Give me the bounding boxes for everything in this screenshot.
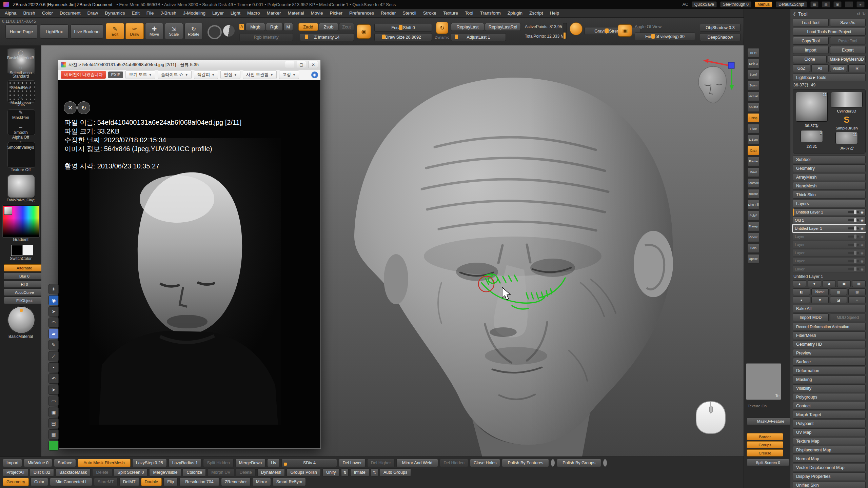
palette-dock-icon[interactable]: ▤ <box>822 1 830 7</box>
canvas-control-button[interactable]: Line Fill <box>747 200 760 209</box>
tray-button[interactable]: Split Screen 0 <box>114 468 148 476</box>
rgb-button[interactable]: Rgb <box>266 23 283 31</box>
tool-panel-button[interactable]: All <box>811 64 829 72</box>
undo-icon[interactable]: ↶ <box>48 373 59 384</box>
layer-visibility-icon[interactable]: ◉ <box>861 267 864 271</box>
palette-section-header[interactable]: NanoMesh <box>793 182 866 190</box>
layer-util-button[interactable]: ▨ <box>848 288 866 295</box>
layer-nav-button[interactable]: ▤ <box>852 280 866 287</box>
shelf-tool[interactable]: ∼ Smooth <box>0 125 41 135</box>
highlighter-icon[interactable]: ▰ <box>48 329 59 339</box>
menu-item[interactable]: J-Modeling <box>180 11 209 16</box>
menu-item[interactable]: File <box>143 11 157 16</box>
dynamic-label[interactable]: Dynamic <box>435 35 449 39</box>
layer-visibility-icon[interactable]: ◉ <box>861 251 864 255</box>
layout-icon[interactable]: ▦ <box>810 1 818 7</box>
menu-item[interactable]: Preferences <box>346 11 377 16</box>
menu-item[interactable]: Layer <box>209 11 227 16</box>
palette-section-header[interactable]: Geometry <box>793 164 866 172</box>
menu-item[interactable]: Draw <box>84 11 102 16</box>
canvas-control-button[interactable]: Transp <box>747 222 760 231</box>
basic-material-sphere[interactable] <box>8 306 35 333</box>
tray-button[interactable]: Inflate <box>350 468 369 476</box>
shelf-tool[interactable]: ✎ MaskPen <box>0 110 41 120</box>
overlay-close-button[interactable]: ✕ <box>64 101 77 114</box>
palette-section-header[interactable]: Geometry HD <box>793 340 866 348</box>
layer-intensity-slider[interactable] <box>848 244 859 246</box>
tray-button[interactable]: Color <box>31 478 48 486</box>
palette-section-header[interactable]: Displacement Map <box>793 446 866 454</box>
zadd-button[interactable]: Zadd <box>298 23 318 31</box>
menu-item[interactable]: Alpha <box>1 11 20 16</box>
layer-intensity-slider[interactable] <box>848 268 859 270</box>
shelf-tool[interactable]: ≈ SmoothValleys <box>0 140 41 150</box>
tray-button[interactable] <box>603 459 607 467</box>
layer-intensity-slider[interactable] <box>848 211 859 213</box>
exif-button[interactable]: EXIF <box>108 72 123 78</box>
tray-button[interactable]: Uv <box>267 459 280 467</box>
tray-button[interactable]: Auto Groups <box>380 468 411 476</box>
canvas-control-button[interactable]: Actual <box>747 92 760 101</box>
scale-button[interactable]: ⇲Scale <box>165 23 183 39</box>
import-mdd-button[interactable]: Import MDD <box>793 313 829 321</box>
canvas-control-button[interactable]: Scroll <box>747 70 760 79</box>
bake-all-button[interactable]: Bake All <box>793 305 866 312</box>
window-icon[interactable]: ◻ <box>845 1 853 7</box>
viewer-menu-button[interactable]: 사진 보관함▼ <box>243 70 277 79</box>
layer-visibility-icon[interactable]: ◉ <box>861 210 864 214</box>
tray-button[interactable]: ProjectAll <box>3 468 28 476</box>
ring-icon[interactable] <box>208 25 222 39</box>
tray-button[interactable]: Polish By Features <box>502 459 549 467</box>
cylinder-tool-thumbnail[interactable] <box>831 92 863 107</box>
menu-item[interactable]: Color <box>39 11 56 16</box>
active-tool-thumbnail[interactable]: 11 <box>796 92 828 122</box>
tray-button[interactable]: Auto Mask FiberMesh <box>78 459 131 467</box>
layer-visibility-icon[interactable]: ◉ <box>861 227 864 230</box>
viewer-menu-button[interactable]: 편집▼ <box>220 70 240 79</box>
groups-button[interactable]: Groups <box>747 441 783 448</box>
tray-button[interactable]: Del Higher <box>367 459 395 467</box>
palette-section-header[interactable]: Unified Skin <box>793 481 866 488</box>
viewer-menu-button[interactable]: 보기 모드▼ <box>125 70 155 79</box>
shelf-tool[interactable]: ▭ SelectRect <box>0 80 41 90</box>
adjust-last-slider[interactable]: AdjustLast 1 <box>451 33 506 41</box>
canvas-control-button[interactable]: Zoom <box>747 81 760 90</box>
rf-slider[interactable]: Rf 0 <box>4 281 45 288</box>
menu-item[interactable]: Texture <box>440 11 461 16</box>
palette-section-header[interactable]: Thick Skin <box>793 191 866 199</box>
layer-row[interactable]: Layer ◉ <box>793 265 866 273</box>
tool-panel-button[interactable]: Export <box>830 46 866 54</box>
tray-button[interactable]: Surface <box>54 459 76 467</box>
crease-button[interactable]: Crease <box>747 449 783 456</box>
tray-button[interactable]: Import <box>3 459 22 467</box>
viewer-titlebar[interactable]: 사진 > 54efd410400131a6e24ab6f068af04ed.jp… <box>58 60 320 69</box>
tray-button[interactable]: Colorize <box>183 468 206 476</box>
simplebrush-icon[interactable]: S <box>844 115 849 124</box>
rgb-intensity-slider[interactable]: Rgb Intensity <box>239 33 293 41</box>
canvas-control-button[interactable]: Xpose <box>747 254 760 264</box>
shelf-tool[interactable]: ◌ SelectLasso <box>0 65 41 75</box>
menu-item[interactable]: Movie <box>308 11 327 16</box>
blur-slider[interactable]: Blur 0 <box>4 272 45 280</box>
canvas-control-button[interactable]: Floor <box>747 124 760 134</box>
tray-button[interactable]: Double <box>141 478 162 486</box>
palette-section-header[interactable]: Masking <box>793 375 866 383</box>
cursor-icon[interactable]: ➤ <box>48 306 59 317</box>
mrgb-button[interactable]: Mrgb <box>245 23 265 31</box>
layer-intensity-slider[interactable] <box>848 227 859 229</box>
canvas-control-button[interactable]: Rotate <box>747 189 760 199</box>
tray-button[interactable]: StoreMT <box>94 478 118 486</box>
undo-icon[interactable]: ↺ <box>857 12 860 16</box>
viewer-minimize-button[interactable]: — <box>285 61 294 68</box>
tray-button[interactable]: Delete <box>236 468 256 476</box>
border-button[interactable]: Border <box>747 433 783 440</box>
menu-item[interactable]: Marker <box>263 11 284 16</box>
matcap-preview[interactable] <box>698 66 726 103</box>
replay-last-rel-button[interactable]: ReplayLastRel <box>485 23 521 31</box>
tray-button[interactable]: ZRemesher <box>221 478 251 486</box>
tray-button[interactable]: SDiv 4 <box>281 459 337 467</box>
layer-icon-button[interactable]: ▫ <box>848 297 866 303</box>
layer-nav-button[interactable]: ◆ <box>823 280 836 287</box>
draw-size-slider[interactable]: Draw Size 26.8692 <box>374 33 432 41</box>
menu-item[interactable]: Light <box>227 11 244 16</box>
